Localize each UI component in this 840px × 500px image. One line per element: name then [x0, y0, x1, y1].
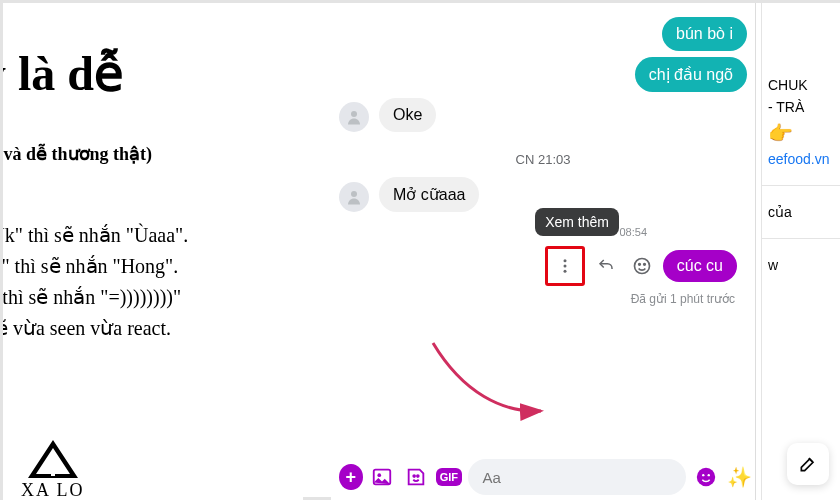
- svg-point-4: [563, 259, 566, 262]
- divider: [762, 238, 840, 239]
- message-sent[interactable]: bún bò i: [339, 17, 747, 51]
- svg-rect-0: [51, 458, 55, 476]
- svg-point-5: [563, 265, 566, 268]
- divider: [762, 185, 840, 186]
- svg-point-12: [413, 475, 415, 477]
- svg-point-11: [378, 473, 382, 477]
- emoji-button[interactable]: [692, 462, 719, 492]
- message-action-row: Xem thêm cúc cu: [339, 246, 747, 286]
- delivery-status: Đã gửi 1 phút trước: [339, 292, 747, 306]
- svg-point-2: [351, 111, 357, 117]
- message-bubble: Mở cữaaa: [379, 177, 479, 212]
- react-button[interactable]: [627, 251, 657, 281]
- svg-point-8: [638, 264, 640, 266]
- svg-point-13: [416, 475, 418, 477]
- shared-image-panel: ậy là dễ g (và dễ thương thật) Ừ", "Uk" …: [3, 3, 303, 500]
- svg-point-9: [643, 264, 645, 266]
- highlight-box: [545, 246, 585, 286]
- sticker-button[interactable]: [402, 462, 429, 492]
- sidebar-text: w: [768, 257, 840, 273]
- image-logo: XA LO: [21, 440, 85, 500]
- reply-button[interactable]: [591, 251, 621, 281]
- message-sent[interactable]: chị đầu ngõ: [339, 57, 747, 92]
- photo-button[interactable]: [369, 462, 396, 492]
- message-received[interactable]: Oke: [339, 98, 747, 132]
- sidebar-text: của: [768, 204, 840, 220]
- sidebar-text: CHUK: [768, 77, 840, 93]
- avatar[interactable]: [339, 102, 369, 132]
- open-actions-button[interactable]: +: [339, 464, 363, 490]
- svg-point-15: [702, 474, 704, 476]
- sidebar-text: - TRÀ: [768, 99, 840, 115]
- sidebar-link[interactable]: eefood.vn: [768, 151, 840, 167]
- image-subtitle: g (và dễ thương thật): [3, 129, 295, 176]
- day-timestamp: CN 21:03: [339, 152, 747, 167]
- svg-point-14: [697, 468, 715, 486]
- svg-point-6: [563, 270, 566, 273]
- sparkle-icon[interactable]: ✨: [726, 462, 753, 492]
- more-options-button[interactable]: [550, 251, 580, 281]
- chat-panel: bún bò i chị đầu ngõ Oke CN 21:03 Mở cữa…: [331, 3, 761, 500]
- message-received[interactable]: Mở cữaaa: [339, 177, 747, 212]
- right-sidebar-fragment: CHUK - TRÀ 👉 eefood.vn của w: [761, 3, 840, 500]
- avatar[interactable]: [339, 182, 369, 212]
- new-message-button[interactable]: [787, 443, 829, 485]
- message-input[interactable]: [468, 459, 686, 495]
- svg-rect-1: [43, 470, 63, 472]
- svg-point-7: [634, 259, 649, 274]
- svg-point-3: [351, 191, 357, 197]
- message-bubble: bún bò i: [662, 17, 747, 51]
- image-body-text: Ừ", "Uk" thì sẽ nhắn "Ùaaa". Không" thì …: [3, 220, 295, 344]
- gif-button[interactable]: GIF: [435, 462, 462, 492]
- message-bubble: Oke: [379, 98, 436, 132]
- svg-point-16: [708, 474, 710, 476]
- message-bubble-sent[interactable]: cúc cu: [663, 250, 737, 282]
- pointing-hand-icon: 👉: [768, 121, 840, 145]
- tooltip-more: Xem thêm: [535, 208, 619, 236]
- message-bubble: chị đầu ngõ: [635, 57, 747, 92]
- image-title: ậy là dễ: [3, 45, 295, 101]
- message-list[interactable]: bún bò i chị đầu ngõ Oke CN 21:03 Mở cữa…: [331, 3, 761, 451]
- composer-bar: + GIF ✨: [331, 451, 761, 500]
